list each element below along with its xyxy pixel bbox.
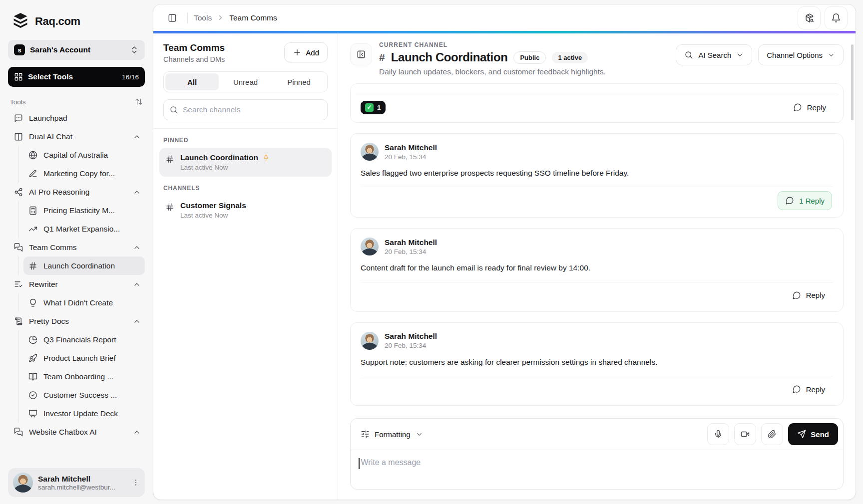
sidebar-item-rewriter[interactable]: Rewriter <box>8 275 145 293</box>
chevron-up-icon[interactable] <box>133 133 141 141</box>
check-emoji-icon: ✓ <box>365 103 374 112</box>
reply-button[interactable]: Reply <box>785 286 832 304</box>
sidebar-item-team-comms[interactable]: Team Comms <box>8 238 145 256</box>
tab-all[interactable]: All <box>165 73 219 90</box>
calculator-icon <box>28 206 37 215</box>
sidebar-item-launchpad[interactable]: Launchpad <box>8 109 145 127</box>
sidebar-toggle-button[interactable] <box>163 9 181 27</box>
sort-icon[interactable] <box>135 98 143 106</box>
sidebar-item-label: Dual AI Chat <box>29 132 127 141</box>
columns-icon <box>14 132 23 141</box>
content: Team Comms Channels and DMs Add All Unre… <box>153 33 856 500</box>
pencil-icon <box>28 169 37 178</box>
presentation-icon <box>28 409 37 418</box>
chevron-up-icon[interactable] <box>133 317 141 325</box>
formatting-button[interactable]: Formatting <box>356 426 428 443</box>
reply-button[interactable]: Reply <box>786 98 833 116</box>
raq-logo-icon <box>11 12 30 31</box>
sidebar-item-q3-financials[interactable]: Q3 Financials Report <box>23 330 145 349</box>
message-text: Sales flagged two enterprise prospects r… <box>361 168 833 179</box>
user-card[interactable]: Sarah Mitchell sarah.mitchell@westbur... <box>8 468 145 497</box>
hash-prefix: # <box>379 51 385 63</box>
attach-file-button[interactable] <box>761 423 783 445</box>
thread-reply-button[interactable]: 1 Reply <box>778 191 832 210</box>
reaction-badge[interactable]: ✓ 1 <box>361 101 386 114</box>
message-input-placeholder: Write a message <box>361 458 421 467</box>
scrollbar-thumb[interactable] <box>851 44 854 120</box>
active-count-badge: 1 active <box>552 52 588 63</box>
user-email: sarah.mitchell@westbur... <box>38 484 122 491</box>
chat-bubbles-icon <box>14 428 23 437</box>
message-input[interactable]: Write a message <box>351 450 843 489</box>
reaction-count: 1 <box>377 104 381 111</box>
collapse-channel-list-button[interactable] <box>350 43 372 65</box>
channel-options-label: Channel Options <box>767 51 823 59</box>
message-timestamp: 20 Feb, 15:34 <box>385 248 437 255</box>
notifications-button[interactable] <box>825 6 848 29</box>
sidebar-item-website-chatbox-ai[interactable]: Website Chatbox AI <box>8 423 145 441</box>
reply-count-label: 1 Reply <box>799 197 825 205</box>
sidebar-item-label: Team Comms <box>29 243 127 252</box>
sidebar-item-dual-ai-chat[interactable]: Dual AI Chat <box>8 127 145 146</box>
sidebar-item-capital-of-australia[interactable]: Capital of Australia <box>23 146 145 164</box>
channel-panel-title: Team Comms <box>163 42 225 53</box>
sidebar: Raq.com s Sarah's Account Select Tools 1… <box>0 0 153 504</box>
chevron-up-icon[interactable] <box>133 188 141 196</box>
chevrons-up-down-icon <box>130 45 139 54</box>
chevron-down-icon <box>416 431 423 438</box>
sidebar-item-q1-market-expansion[interactable]: Q1 Market Expansio... <box>23 220 145 238</box>
sidebar-item-team-onboarding[interactable]: Team Onboarding ... <box>23 367 145 386</box>
breadcrumb-tools[interactable]: Tools <box>194 13 212 22</box>
sidebar-item-pricing-elasticity[interactable]: Pricing Elasticity M... <box>23 201 145 220</box>
sidebar-item-label: What I Didn't Create <box>43 298 141 307</box>
tab-unread[interactable]: Unread <box>219 73 272 90</box>
channel-options-button[interactable]: Channel Options <box>758 44 844 65</box>
channel-panel-header: Team Comms Channels and DMs Add <box>153 42 338 63</box>
reply-button[interactable]: Reply <box>785 380 832 398</box>
ai-search-button[interactable]: AI Search <box>676 44 752 65</box>
sidebar-item-product-launch-brief[interactable]: Product Launch Brief <box>23 349 145 367</box>
channel-panel: Team Comms Channels and DMs Add All Unre… <box>153 33 338 500</box>
send-icon <box>797 430 806 439</box>
formatting-label: Formatting <box>375 430 411 439</box>
message-list[interactable]: ✓ 1 Reply Sarah Mitchell <box>338 80 856 416</box>
reply-label: Reply <box>806 291 825 299</box>
add-channel-button[interactable]: Add <box>284 42 328 62</box>
sidebar-item-what-i-didnt-create[interactable]: What I Didn't Create <box>23 293 145 312</box>
current-channel-kicker: CURRENT CHANNEL <box>379 41 669 48</box>
channel-item-customer-signals[interactable]: Customer Signals Last active Now <box>159 196 332 225</box>
hash-icon <box>28 261 37 270</box>
kebab-menu-icon[interactable] <box>132 479 140 487</box>
channel-filter-tabs: All Unread Pinned <box>163 71 328 92</box>
search-icon <box>169 105 178 114</box>
channel-title: Launch Coordination <box>391 50 508 64</box>
channel-search-input[interactable] <box>163 99 328 120</box>
main-window: Tools Team Comms Team Comms Channels and… <box>153 4 856 500</box>
sidebar-item-launch-coordination[interactable]: Launch Coordination <box>23 256 145 275</box>
ai-search-label: AI Search <box>698 51 731 59</box>
select-tools-button[interactable]: Select Tools 16/16 <box>8 67 145 87</box>
avatar <box>13 473 33 493</box>
avatar <box>361 238 379 255</box>
chevron-up-icon[interactable] <box>133 280 141 288</box>
chevron-up-icon[interactable] <box>133 244 141 252</box>
send-button[interactable]: Send <box>788 423 838 445</box>
sidebar-item-label: Launch Coordination <box>43 261 141 270</box>
sidebar-item-ai-pro-reasoning[interactable]: AI Pro Reasoning <box>8 183 145 201</box>
sidebar-item-marketing-copy[interactable]: Marketing Copy for... <box>23 164 145 183</box>
video-message-button[interactable] <box>734 423 756 445</box>
chevron-up-icon[interactable] <box>133 428 141 436</box>
sidebar-item-pretty-docs[interactable]: Pretty Docs <box>8 312 145 330</box>
sidebar-item-label: Marketing Copy for... <box>43 169 141 178</box>
panel-left-close-icon <box>357 50 366 59</box>
account-switcher[interactable]: s Sarah's Account <box>8 40 145 60</box>
sidebar-item-label: Q1 Market Expansio... <box>43 225 141 234</box>
channel-item-launch-coordination[interactable]: Launch Coordination Last active Now <box>159 148 332 177</box>
voice-message-button[interactable] <box>707 423 729 445</box>
message-card: Sarah Mitchell 20 Feb, 15:34 Sales flagg… <box>350 133 844 218</box>
scroll-icon <box>14 317 23 326</box>
sidebar-item-customer-success[interactable]: Customer Success ... <box>23 386 145 404</box>
tab-pinned[interactable]: Pinned <box>272 73 326 90</box>
sidebar-item-investor-update-deck[interactable]: Investor Update Deck <box>23 404 145 423</box>
package-search-button[interactable] <box>798 6 821 29</box>
